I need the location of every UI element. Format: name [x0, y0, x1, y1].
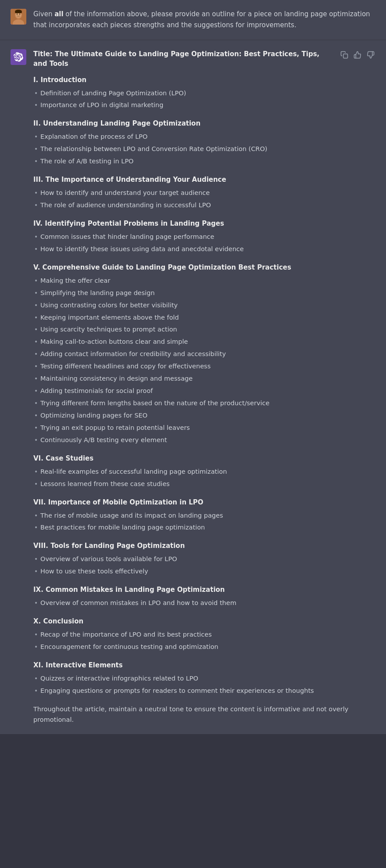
list-item: Lessons learned from these case studies: [33, 478, 375, 490]
section-list-8: Overview of various tools available for …: [33, 553, 375, 578]
section-heading-10: X. Conclusion: [33, 617, 375, 625]
section-list-7: The rise of mobile usage and its impact …: [33, 510, 375, 534]
list-item: Testing different headlines and copy for…: [33, 360, 375, 373]
list-item: Quizzes or interactive infographics rela…: [33, 673, 375, 685]
section-heading-7: VII. Importance of Mobile Optimization i…: [33, 498, 375, 506]
section-list-10: Recap of the importance of LPO and its b…: [33, 629, 375, 653]
thumbs-up-icon[interactable]: [353, 50, 362, 61]
list-item: The role of audience understanding in su…: [33, 199, 375, 212]
section-list-4: Common issues that hinder landing page p…: [33, 231, 375, 256]
list-item: Real-life examples of successful landing…: [33, 466, 375, 478]
section-list-3: How to identify and understand your targ…: [33, 187, 375, 212]
user-message-text: Given all of the information above, plea…: [33, 9, 375, 31]
user-message: Given all of the information above, plea…: [0, 0, 386, 40]
list-item: Keeping important elements above the fol…: [33, 312, 375, 324]
list-item: Overview of various tools available for …: [33, 553, 375, 565]
thumbs-down-icon[interactable]: [366, 50, 375, 61]
section-heading-3: III. The Importance of Understanding You…: [33, 176, 375, 184]
section-list-11: Quizzes or interactive infographics rela…: [33, 673, 375, 697]
section-heading-5: V. Comprehensive Guide to Landing Page O…: [33, 263, 375, 271]
section-list-2: Explanation of the process of LPOThe rel…: [33, 131, 375, 168]
response-content: Title: The Ultimate Guide to Landing Pag…: [33, 49, 375, 725]
section-list-6: Real-life examples of successful landing…: [33, 466, 375, 490]
list-item: Overview of common mistakes in LPO and h…: [33, 597, 375, 609]
list-item: Making the offer clear: [33, 275, 375, 287]
section-heading-4: IV. Identifying Potential Problems in La…: [33, 220, 375, 227]
list-item: Trying an exit popup to retain potential…: [33, 422, 375, 434]
outline-sections: I. IntroductionDefinition of Landing Pag…: [33, 76, 375, 697]
section-heading-1: I. Introduction: [33, 76, 375, 84]
user-avatar: [11, 9, 26, 25]
list-item: Using contrasting colors for better visi…: [33, 299, 375, 312]
list-item: Adding testimonials for social proof: [33, 385, 375, 397]
list-item: Encouragement for continuous testing and…: [33, 641, 375, 653]
list-item: Maintaining consistency in design and me…: [33, 373, 375, 385]
svg-point-5: [19, 14, 20, 14]
list-item: Continuously A/B testing every element: [33, 434, 375, 447]
list-item: The relationship between LPO and Convers…: [33, 143, 375, 155]
svg-point-6: [15, 10, 22, 13]
section-heading-6: VI. Case Studies: [33, 454, 375, 462]
section-heading-8: VIII. Tools for Landing Page Optimizatio…: [33, 542, 375, 550]
svg-rect-7: [343, 54, 348, 58]
list-item: Simplifying the landing page design: [33, 287, 375, 299]
list-item: Engaging questions or prompts for reader…: [33, 685, 375, 697]
section-heading-11: XI. Interactive Elements: [33, 661, 375, 669]
section-heading-9: IX. Common Mistakes in Landing Page Opti…: [33, 586, 375, 594]
list-item: The rise of mobile usage and its impact …: [33, 510, 375, 522]
bold-all: all: [54, 10, 63, 18]
list-item: Trying different form lengths based on t…: [33, 397, 375, 410]
list-item: Making call-to-action buttons clear and …: [33, 336, 375, 348]
assistant-message: Title: The Ultimate Guide to Landing Pag…: [0, 40, 386, 734]
action-icons-group: [340, 50, 375, 61]
copy-icon[interactable]: [340, 50, 349, 61]
list-item: Recap of the importance of LPO and its b…: [33, 629, 375, 641]
list-item: Importance of LPO in digital marketing: [33, 99, 375, 112]
section-list-5: Making the offer clearSimplifying the la…: [33, 275, 375, 447]
list-item: How to identify and understand your targ…: [33, 187, 375, 199]
list-item: Definition of Landing Page Optimization …: [33, 87, 375, 100]
response-title: Title: The Ultimate Guide to Landing Pag…: [33, 49, 332, 69]
section-list-1: Definition of Landing Page Optimization …: [33, 87, 375, 112]
list-item: Using scarcity techniques to prompt acti…: [33, 324, 375, 336]
list-item: Explanation of the process of LPO: [33, 131, 375, 143]
footer-note: Throughout the article, maintain a neutr…: [33, 704, 375, 725]
list-item: Best practices for mobile landing page o…: [33, 522, 375, 534]
list-item: Optimizing landing pages for SEO: [33, 410, 375, 422]
svg-point-4: [17, 14, 18, 14]
chatgpt-icon: [11, 49, 26, 65]
list-item: How to identify these issues using data …: [33, 243, 375, 256]
list-item: Adding contact information for credibili…: [33, 348, 375, 360]
list-item: The role of A/B testing in LPO: [33, 155, 375, 168]
section-heading-2: II. Understanding Landing Page Optimizat…: [33, 119, 375, 127]
section-list-9: Overview of common mistakes in LPO and h…: [33, 597, 375, 609]
title-row: Title: The Ultimate Guide to Landing Pag…: [33, 49, 375, 69]
list-item: How to use these tools effectively: [33, 565, 375, 578]
list-item: Common issues that hinder landing page p…: [33, 231, 375, 243]
